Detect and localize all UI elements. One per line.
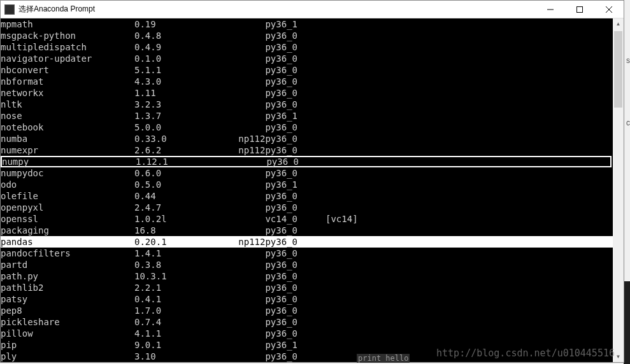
package-row[interactable]: pathlib22.2.1py36_0	[1, 282, 613, 293]
package-row[interactable]: pandocfilters1.4.1py36_0	[1, 248, 613, 259]
window-title: 选择Anaconda Prompt	[18, 4, 536, 15]
package-row[interactable]: pandas0.20.1np112py36_0	[1, 236, 613, 248]
package-row[interactable]: msgpack-python0.4.8py36_0	[1, 30, 613, 41]
package-name: patsy	[1, 293, 134, 305]
package-name: nbformat	[1, 76, 134, 87]
package-version: 0.6.0	[134, 167, 233, 179]
package-row[interactable]: navigator-updater0.1.0py36_0	[1, 53, 613, 64]
package-build: py36_0	[233, 122, 300, 133]
minimize-button[interactable]	[536, 1, 565, 18]
package-version: 0.4.9	[134, 41, 233, 53]
package-version: 16.8	[134, 225, 233, 236]
bg-text-c: c	[626, 118, 630, 127]
package-version: 0.3.8	[134, 259, 233, 270]
package-name: mpmath	[1, 18, 134, 30]
window-controls	[536, 1, 624, 18]
package-build: py36_0	[233, 99, 300, 110]
package-row[interactable]: nose1.3.7py36_1	[1, 110, 613, 122]
package-build: py36_0	[233, 259, 300, 270]
scroll-down-arrow[interactable]: ▼	[613, 351, 624, 362]
package-extra: [vc14]	[300, 213, 358, 225]
package-build: np112py36_0	[233, 133, 300, 144]
maximize-button[interactable]	[565, 1, 594, 18]
maximize-icon	[576, 6, 583, 13]
close-button[interactable]	[594, 1, 624, 18]
package-version: 1.11	[134, 87, 233, 99]
package-row[interactable]: pickleshare0.7.4py36_0	[1, 316, 613, 328]
package-row[interactable]: packaging16.8py36_0	[1, 225, 613, 236]
package-name: pillow	[1, 328, 134, 339]
package-name: openpyxl	[1, 202, 134, 213]
package-version: 10.3.1	[134, 270, 233, 282]
package-row[interactable]: nbformat4.3.0py36_0	[1, 76, 613, 87]
package-name: navigator-updater	[1, 53, 134, 64]
package-version: 1.12.1	[136, 156, 234, 167]
package-row[interactable]: odo0.5.0py36_1	[1, 179, 613, 190]
package-row[interactable]: nltk3.2.3py36_0	[1, 99, 613, 110]
package-name: networkx	[1, 87, 134, 99]
package-row[interactable]: numpydoc0.6.0py36_0	[1, 167, 613, 179]
package-row[interactable]: mpmath0.19py36_1	[1, 18, 613, 30]
package-name: pandas	[1, 236, 134, 248]
package-name: numpydoc	[1, 167, 134, 179]
package-version: 3.10	[134, 351, 233, 362]
package-row[interactable]: multipledispatch0.4.9py36_0	[1, 41, 613, 53]
package-row[interactable]: pip9.0.1py36_1	[1, 339, 613, 351]
package-build: py36_0	[233, 64, 300, 76]
package-version: 0.4.1	[134, 293, 233, 305]
package-name: ply	[1, 351, 134, 362]
package-version: 0.19	[134, 18, 233, 30]
minimize-icon	[547, 6, 554, 13]
package-version: 0.1.0	[134, 53, 233, 64]
package-row[interactable]: partd0.3.8py36_0	[1, 259, 613, 270]
package-name: pathlib2	[1, 282, 134, 293]
package-name: pip	[1, 339, 134, 351]
package-row[interactable]: patsy0.4.1py36_0	[1, 293, 613, 305]
package-build: py36_0	[233, 30, 300, 41]
package-name: nltk	[1, 99, 134, 110]
package-build: py36_0	[233, 248, 300, 259]
terminal-output[interactable]: mpmath0.19py36_1msgpack-python0.4.8py36_…	[1, 18, 613, 362]
package-row[interactable]: numpy1.12.1py36_0	[1, 156, 612, 167]
package-row[interactable]: networkx1.11py36_0	[1, 87, 613, 99]
package-row[interactable]: ply3.10py36_0	[1, 351, 613, 362]
package-version: 0.33.0	[134, 133, 233, 144]
package-row[interactable]: numba0.33.0np112py36_0	[1, 133, 613, 144]
package-version: 0.44	[134, 190, 233, 202]
package-name: packaging	[1, 225, 134, 236]
background-dark-strip	[624, 281, 630, 364]
package-build: vc14_0	[233, 213, 300, 225]
package-row[interactable]: numexpr2.6.2np112py36_0	[1, 144, 613, 156]
package-build: py36_0	[233, 293, 300, 305]
package-name: partd	[1, 259, 134, 270]
package-row[interactable]: notebook5.0.0py36_0	[1, 122, 613, 133]
vertical-scrollbar[interactable]: ▲ ▼	[613, 18, 624, 362]
package-row[interactable]: openpyxl2.4.7py36_0	[1, 202, 613, 213]
titlebar[interactable]: 选择Anaconda Prompt	[1, 1, 624, 18]
bg-bottom-text: print hello	[357, 354, 410, 363]
package-name: numpy	[2, 156, 136, 167]
package-version: 2.2.1	[134, 282, 233, 293]
package-build: py36_0	[233, 351, 300, 362]
scroll-up-arrow[interactable]: ▲	[613, 18, 624, 29]
package-version: 5.1.1	[134, 64, 233, 76]
package-row[interactable]: olefile0.44py36_0	[1, 190, 613, 202]
package-version: 0.7.4	[134, 316, 233, 328]
package-build: np112py36_0	[233, 144, 300, 156]
package-row[interactable]: openssl1.0.2lvc14_0[vc14]	[1, 213, 613, 225]
package-row[interactable]: pillow4.1.1py36_0	[1, 328, 613, 339]
package-name: pandocfilters	[1, 248, 134, 259]
package-version: 1.4.1	[134, 248, 233, 259]
package-name: openssl	[1, 213, 134, 225]
package-row[interactable]: pep81.7.0py36_0	[1, 305, 613, 316]
package-name: msgpack-python	[1, 30, 134, 41]
scroll-thumb[interactable]	[614, 31, 622, 108]
package-build: py36_0	[233, 316, 300, 328]
package-name: path.py	[1, 270, 134, 282]
package-name: numba	[1, 133, 134, 144]
package-build: py36_1	[233, 110, 300, 122]
package-row[interactable]: path.py10.3.1py36_0	[1, 270, 613, 282]
package-row[interactable]: nbconvert5.1.1py36_0	[1, 64, 613, 76]
package-build: py36_0	[233, 282, 300, 293]
package-name: nose	[1, 110, 134, 122]
